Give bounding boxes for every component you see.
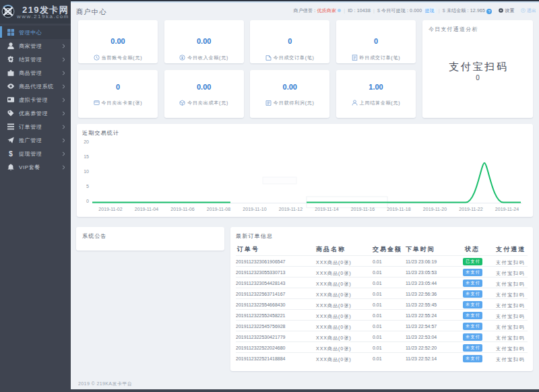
- svg-text:$: $: [9, 150, 13, 157]
